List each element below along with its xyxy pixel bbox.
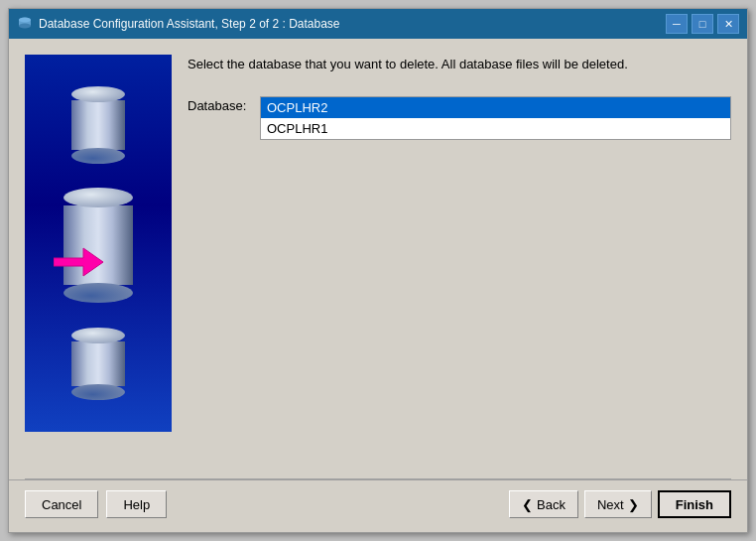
cylinder-top-body	[71, 100, 125, 150]
cylinder-top	[71, 86, 125, 164]
svg-point-3	[19, 18, 31, 23]
dropdown-item-ocplhr1[interactable]: OCPLHR1	[261, 118, 730, 139]
cylinder-bot-top	[71, 328, 125, 343]
next-label: Next	[597, 497, 624, 512]
instruction-text: Select the database that you want to del…	[188, 55, 731, 74]
cylinder-top-bottom	[71, 148, 125, 164]
arrow-indicator	[54, 240, 103, 288]
next-chevron: ❯	[628, 497, 639, 512]
main-window: Database Configuration Assistant, Step 2…	[8, 8, 748, 533]
next-button[interactable]: Next ❯	[584, 490, 652, 518]
cylinder-bottom	[71, 328, 125, 400]
database-label: Database:	[188, 96, 252, 113]
button-row: Cancel Help ❮ Back Next ❯ Finish	[9, 479, 747, 532]
window-controls: ─ □ ✕	[666, 14, 739, 34]
finish-button[interactable]: Finish	[658, 490, 731, 518]
cylinder-bot-body	[71, 341, 125, 386]
content-area: Select the database that you want to del…	[9, 39, 747, 532]
title-bar: Database Configuration Assistant, Step 2…	[9, 9, 747, 39]
svg-marker-4	[54, 248, 103, 276]
cylinder-mid-bottom	[63, 283, 133, 303]
help-button[interactable]: Help	[106, 490, 167, 518]
maximize-button[interactable]: □	[692, 14, 713, 34]
cylinder-mid-top	[63, 188, 133, 207]
close-button[interactable]: ✕	[717, 14, 739, 34]
btn-group-left: Cancel Help	[25, 490, 167, 518]
back-chevron: ❮	[522, 497, 533, 512]
database-dropdown-container: OCPLHR2 OCPLHR1	[260, 96, 731, 140]
form-panel: Select the database that you want to del…	[188, 55, 731, 463]
dropdown-item-ocplhr2[interactable]: OCPLHR2	[261, 97, 730, 118]
window-title: Database Configuration Assistant, Step 2…	[39, 17, 666, 31]
illustration-panel	[25, 55, 172, 432]
svg-point-2	[19, 24, 31, 29]
back-label: Back	[537, 497, 566, 512]
main-body: Select the database that you want to del…	[9, 39, 747, 478]
cancel-button[interactable]: Cancel	[25, 490, 98, 518]
minimize-button[interactable]: ─	[666, 14, 688, 34]
cylinder-bot-bottom	[71, 384, 125, 400]
database-form-row: Database: OCPLHR2 OCPLHR1	[188, 96, 731, 140]
back-button[interactable]: ❮ Back	[509, 490, 578, 518]
btn-group-right: ❮ Back Next ❯ Finish	[509, 490, 731, 518]
database-dropdown[interactable]: OCPLHR2 OCPLHR1	[260, 96, 731, 140]
window-icon	[17, 16, 33, 32]
